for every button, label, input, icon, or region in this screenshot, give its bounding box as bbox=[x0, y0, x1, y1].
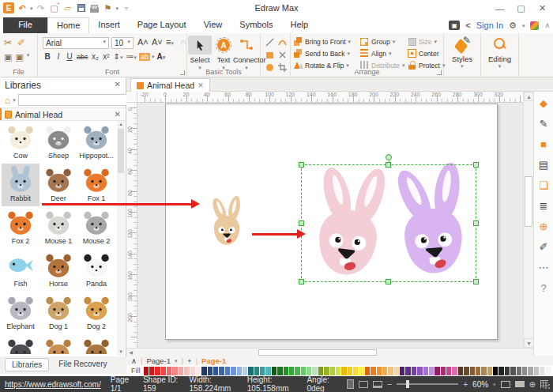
paste-icon[interactable]: ▣ bbox=[4, 52, 12, 62]
group-button[interactable]: Group ▾ bbox=[360, 36, 404, 47]
fill-swatch[interactable] bbox=[330, 367, 335, 375]
font-size-select[interactable]: 10▾ bbox=[111, 37, 134, 49]
fill-swatch[interactable] bbox=[487, 367, 492, 375]
library-item-fox-2[interactable]: Fox 2 bbox=[2, 206, 40, 249]
fill-swatch[interactable] bbox=[284, 367, 288, 375]
select-tool[interactable]: Select ▾ bbox=[188, 36, 212, 70]
comment-icon[interactable]: ⋯ bbox=[539, 262, 549, 273]
rectangle-tool-icon[interactable] bbox=[264, 49, 276, 61]
fill-swatch[interactable] bbox=[172, 367, 177, 375]
center-button[interactable]: Center bbox=[408, 47, 445, 59]
fill-swatch[interactable] bbox=[265, 367, 270, 375]
shape-icon[interactable]: ❏ bbox=[539, 180, 548, 190]
fit-to-window-icon[interactable] bbox=[501, 381, 510, 388]
settings-dropdown-icon[interactable]: ▾ bbox=[522, 23, 525, 28]
slideshow-icon[interactable] bbox=[515, 381, 525, 387]
help-icon[interactable]: ? bbox=[540, 283, 546, 293]
fill-swatch[interactable] bbox=[545, 367, 550, 375]
fill-swatch[interactable] bbox=[382, 367, 387, 375]
library-item-dog-1[interactable]: Dog 1 bbox=[40, 292, 77, 334]
zoom-select-icon[interactable]: ⊕ bbox=[529, 380, 536, 389]
align-button[interactable]: Align ▾ bbox=[360, 47, 404, 59]
fill-swatch[interactable] bbox=[493, 367, 498, 375]
arc-text-icon[interactable]: ∩ bbox=[180, 37, 186, 47]
zoom-in-icon[interactable]: + bbox=[463, 380, 468, 389]
decrease-font-icon[interactable]: A˅ bbox=[152, 37, 163, 47]
drawing-canvas[interactable] bbox=[137, 103, 523, 348]
fill-swatch[interactable] bbox=[219, 367, 224, 375]
fill-swatch[interactable] bbox=[517, 367, 521, 375]
send-to-back-button[interactable]: Send to Back ▾ bbox=[294, 47, 351, 59]
library-item-item[interactable] bbox=[2, 334, 40, 354]
line-tool-icon[interactable] bbox=[264, 36, 276, 48]
note-icon[interactable]: ≣ bbox=[540, 201, 548, 211]
fill-swatch[interactable] bbox=[434, 367, 439, 375]
font-style-x-button[interactable]: x₂ bbox=[91, 52, 100, 61]
library-item-elephant[interactable]: Elephant bbox=[2, 292, 40, 334]
fill-swatch[interactable] bbox=[155, 367, 160, 375]
tab-home[interactable]: Home bbox=[47, 17, 89, 33]
font-style-x-button[interactable]: x² bbox=[102, 52, 111, 61]
fill-swatch[interactable] bbox=[377, 367, 382, 375]
fill-swatch[interactable] bbox=[196, 367, 201, 375]
fill-swatch[interactable] bbox=[540, 367, 544, 375]
format-painter-icon[interactable]: ✐ bbox=[17, 37, 25, 48]
fill-swatch[interactable] bbox=[353, 367, 358, 375]
vertical-scrollbar[interactable]: ▲ ▼ bbox=[523, 92, 533, 348]
resize-handle[interactable] bbox=[386, 162, 391, 168]
library-item-item[interactable] bbox=[77, 334, 115, 354]
fill-swatch[interactable] bbox=[441, 367, 446, 375]
zoom-slider[interactable] bbox=[397, 383, 458, 385]
add-page-button[interactable]: + bbox=[187, 356, 192, 365]
hyperlink-icon[interactable]: ⊕ bbox=[540, 221, 548, 232]
highlight-color-icon[interactable]: ab bbox=[139, 53, 150, 61]
zoom-level[interactable]: 60% bbox=[472, 380, 488, 389]
fill-swatch[interactable] bbox=[423, 367, 428, 375]
tab-help[interactable]: Help bbox=[281, 17, 317, 33]
editing-button[interactable]: Editing ▾ bbox=[481, 36, 518, 69]
tab-file[interactable]: File bbox=[3, 17, 47, 33]
library-item-hippopot[interactable]: Hippopot... bbox=[77, 121, 115, 164]
library-item-fox-1[interactable]: Fox 1 bbox=[77, 164, 115, 206]
font-style-b-button[interactable]: B bbox=[43, 52, 52, 61]
resize-handle[interactable] bbox=[299, 162, 304, 168]
fill-color-icon[interactable]: ■ bbox=[540, 139, 547, 149]
resize-handle[interactable] bbox=[299, 220, 304, 226]
fill-swatch[interactable] bbox=[498, 367, 503, 375]
library-item-mouse-2[interactable]: Mouse 2 bbox=[77, 206, 115, 249]
fill-swatch[interactable] bbox=[481, 367, 486, 375]
minimize-button[interactable]: — bbox=[489, 0, 510, 17]
font-style-u-button[interactable]: U bbox=[65, 52, 74, 61]
fill-swatch[interactable] bbox=[295, 367, 299, 375]
styles-panel-icon[interactable]: ◆ bbox=[540, 98, 547, 108]
fill-swatch[interactable] bbox=[371, 367, 375, 375]
fill-swatch[interactable] bbox=[190, 367, 195, 375]
export-icon[interactable]: ▣ bbox=[449, 21, 460, 30]
fill-swatch[interactable] bbox=[405, 367, 410, 375]
fill-swatch[interactable] bbox=[272, 367, 276, 375]
promo-icon[interactable] bbox=[530, 21, 539, 30]
fill-swatch[interactable] bbox=[149, 367, 154, 375]
fill-swatch[interactable] bbox=[452, 367, 457, 375]
fill-swatch[interactable] bbox=[400, 367, 404, 375]
font-style-abc-button[interactable]: abc bbox=[76, 53, 89, 61]
horizontal-scrollbar[interactable]: ◀ ▶ bbox=[126, 348, 551, 356]
portrait-view-icon[interactable] bbox=[347, 379, 354, 389]
fill-swatch[interactable] bbox=[470, 367, 475, 375]
fill-swatch[interactable] bbox=[388, 367, 393, 375]
ellipse-tool-icon[interactable] bbox=[264, 62, 276, 74]
fill-swatch[interactable] bbox=[243, 367, 247, 375]
fill-swatch[interactable] bbox=[289, 367, 294, 375]
line-spacing-icon[interactable]: ⇕▾ bbox=[113, 52, 124, 61]
fill-swatch[interactable] bbox=[359, 367, 363, 375]
fill-swatch[interactable] bbox=[254, 367, 259, 375]
resize-handle[interactable] bbox=[386, 279, 391, 285]
fill-swatch[interactable] bbox=[534, 367, 539, 375]
picture-icon[interactable]: ▤ bbox=[539, 160, 548, 170]
library-home-icon[interactable]: ⌂ bbox=[5, 95, 10, 106]
fill-swatch[interactable] bbox=[528, 367, 532, 375]
resize-grip[interactable] bbox=[545, 384, 551, 390]
fill-swatch[interactable] bbox=[301, 367, 306, 375]
increase-font-icon[interactable]: A˄ bbox=[137, 37, 149, 47]
page-select[interactable]: Page-1 bbox=[146, 356, 171, 365]
